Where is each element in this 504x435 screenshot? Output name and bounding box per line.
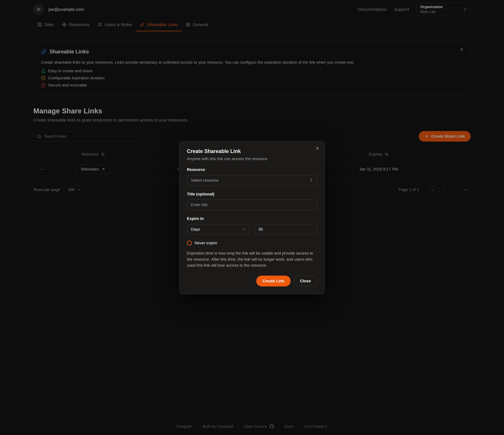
resource-select-placeholder: Select resource [191, 178, 219, 183]
radio-icon[interactable] [187, 240, 192, 245]
chevron-down-icon [242, 228, 246, 231]
never-expire-option[interactable]: Never expire [187, 240, 317, 245]
never-expire-label: Never expire [195, 241, 217, 245]
expire-in-label: Expire In [187, 216, 317, 221]
title-field-label: Title (optional) [187, 192, 317, 196]
modal-overlay[interactable]: Create Shareable Link Anyone with this l… [0, 0, 504, 435]
chevron-up-down-icon [309, 178, 313, 182]
create-shareable-link-modal: Create Shareable Link Anyone with this l… [179, 141, 325, 294]
modal-title: Create Shareable Link [187, 148, 317, 154]
close-button[interactable]: Close [294, 276, 317, 286]
expire-unit-select[interactable]: Days [187, 224, 250, 235]
modal-subtitle: Anyone with this link can access the res… [187, 157, 317, 161]
expiration-note: Expiration time is how long the link wil… [187, 250, 317, 268]
app-page: M joe@example.com Documentation Support … [0, 0, 504, 435]
title-input[interactable] [187, 200, 317, 210]
expire-unit-value: Days [191, 227, 200, 231]
create-link-button[interactable]: Create Link [256, 276, 291, 286]
expire-value-input[interactable] [254, 224, 317, 235]
close-icon[interactable] [315, 146, 320, 151]
resource-select[interactable]: Select resource [187, 175, 317, 186]
resource-field-label: Resource [187, 167, 317, 172]
